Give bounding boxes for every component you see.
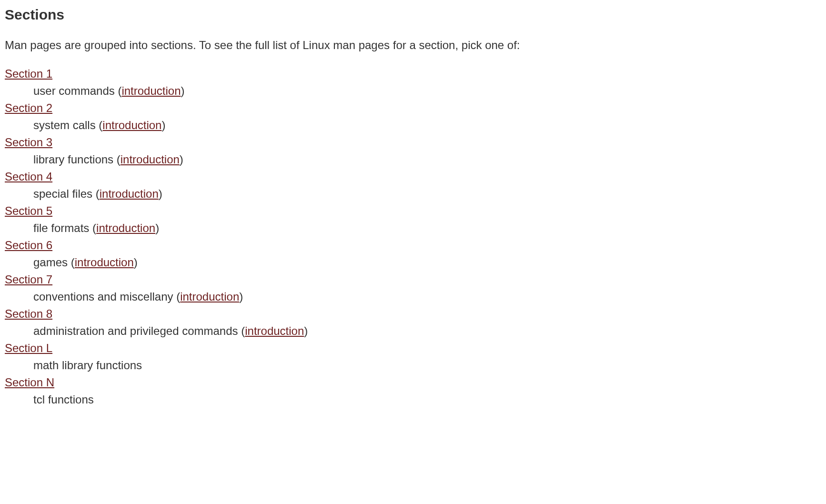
introduction-link[interactable]: introduction	[96, 222, 155, 234]
introduction-link[interactable]: introduction	[180, 290, 239, 303]
section-term: Section 1	[5, 65, 821, 82]
section-term: Section 5	[5, 202, 821, 220]
section-description-text: library functions	[33, 153, 113, 166]
section-link[interactable]: Section 1	[5, 67, 52, 80]
introduction-link[interactable]: introduction	[102, 119, 161, 131]
section-description: conventions and miscellany (introduction…	[33, 288, 821, 305]
section-link[interactable]: Section 5	[5, 204, 52, 217]
intro-paragraph: Man pages are grouped into sections. To …	[5, 37, 821, 54]
section-description-text: math library functions	[33, 359, 142, 372]
introduction-link[interactable]: introduction	[75, 256, 134, 269]
section-description-text: conventions and miscellany	[33, 290, 173, 303]
section-description: system calls (introduction)	[33, 117, 821, 134]
section-term: Section L	[5, 340, 821, 357]
section-term: Section 3	[5, 134, 821, 151]
section-description-text: special files	[33, 187, 92, 200]
section-description: math library functions	[33, 357, 821, 374]
section-description-text: administration and privileged commands	[33, 324, 238, 337]
section-description: library functions (introduction)	[33, 151, 821, 168]
section-description: administration and privileged commands (…	[33, 323, 821, 340]
section-term: Section N	[5, 374, 821, 391]
introduction-link[interactable]: introduction	[121, 153, 180, 166]
introduction-link[interactable]: introduction	[121, 84, 181, 97]
section-term: Section 4	[5, 168, 821, 185]
section-link[interactable]: Section 3	[5, 136, 52, 149]
section-term: Section 2	[5, 100, 821, 117]
introduction-link[interactable]: introduction	[245, 324, 304, 337]
section-description: games (introduction)	[33, 254, 821, 271]
section-link[interactable]: Section L	[5, 342, 52, 354]
section-link[interactable]: Section N	[5, 376, 54, 389]
section-link[interactable]: Section 8	[5, 307, 52, 320]
sections-heading: Sections	[5, 4, 821, 25]
section-description-text: user commands	[33, 84, 115, 97]
section-link[interactable]: Section 7	[5, 273, 52, 286]
section-term: Section 8	[5, 305, 821, 323]
section-description: file formats (introduction)	[33, 220, 821, 237]
section-term: Section 7	[5, 271, 821, 288]
section-link[interactable]: Section 2	[5, 101, 52, 114]
section-term: Section 6	[5, 237, 821, 254]
section-definition-list: Section 1user commands (introduction)Sec…	[5, 65, 821, 408]
section-description-text: games	[33, 256, 68, 269]
section-description: special files (introduction)	[33, 185, 821, 202]
section-description: tcl functions	[33, 391, 821, 408]
section-link[interactable]: Section 4	[5, 170, 52, 183]
section-description-text: tcl functions	[33, 393, 94, 406]
section-description-text: system calls	[33, 119, 96, 131]
section-description-text: file formats	[33, 222, 89, 234]
section-link[interactable]: Section 6	[5, 239, 52, 252]
section-description: user commands (introduction)	[33, 82, 821, 100]
introduction-link[interactable]: introduction	[100, 187, 159, 200]
